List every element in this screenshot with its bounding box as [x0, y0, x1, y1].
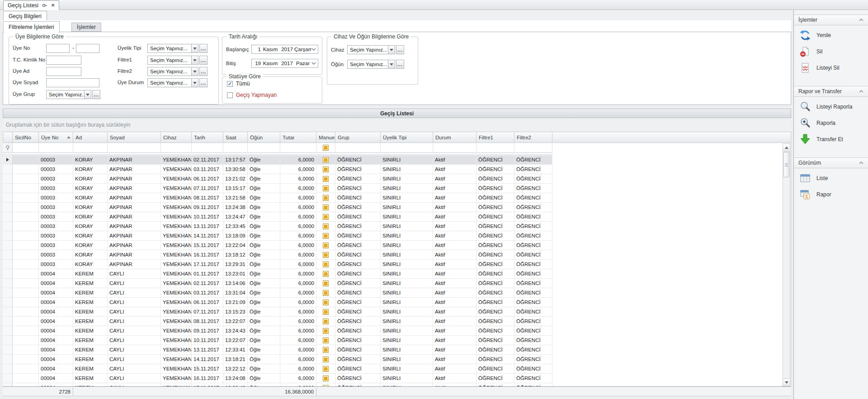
column-header-tarih[interactable]: Tarih	[192, 132, 223, 143]
end-date-picker[interactable]: 19 Kasım 2017 Pazar	[251, 59, 318, 68]
table-row[interactable]: 00004 KEREM CAYLI YEMEKHANE 08.11.2017 1…	[3, 317, 552, 326]
navbar-item-rapor[interactable]: Σ Rapor	[794, 188, 868, 201]
gecis-yapmayan-checkbox-row[interactable]: Geçiş Yapmayan	[227, 92, 277, 98]
ellipsis-button[interactable]: ...	[92, 90, 100, 99]
ellipsis-button[interactable]: ...	[199, 56, 208, 65]
tab-gecis-listesi[interactable]: Geçiş Listesi ✕	[3, 0, 59, 10]
column-header-cihaz[interactable]: Cihaz	[161, 132, 192, 143]
start-date-picker[interactable]: 1 Kasım 2017 Çarşamba	[251, 45, 318, 54]
table-row[interactable]: 00004 KEREM CAYLI YEMEKHANE 15.11.2017 1…	[3, 364, 552, 374]
chevron-down-icon[interactable]	[191, 78, 198, 87]
column-header-ad[interactable]: Ad	[73, 132, 108, 143]
chevron-down-icon[interactable]	[191, 56, 198, 65]
table-row[interactable]: 00003 KORAY AKPINAR YEMEKHANE 07.11.2017…	[3, 184, 552, 193]
filter-cell-filtre2[interactable]	[514, 143, 552, 153]
chevron-down-icon[interactable]	[388, 60, 395, 69]
table-row[interactable]: 00004 KEREM CAYLI YEMEKHANE 10.11.2017 1…	[3, 336, 552, 345]
column-header-grup[interactable]: Grup	[335, 132, 381, 143]
uyelik-tipi-combo[interactable]: Seçim Yapınız... ...	[147, 44, 208, 53]
vertical-scrollbar[interactable]	[783, 143, 790, 386]
table-row[interactable]: 00003 KORAY AKPINAR YEMEKHANE 02.11.2017…	[3, 155, 552, 165]
tab-filtreleme-islemleri[interactable]: Filtreleme İşlemleri	[3, 21, 60, 33]
filter-cell-filtre1[interactable]	[476, 143, 514, 153]
chevron-up-icon[interactable]	[859, 19, 863, 21]
filter-cell-saat[interactable]	[223, 143, 248, 153]
navbar-header-islemler[interactable]: İşlemler	[794, 14, 868, 25]
filter-cell-durum[interactable]	[433, 143, 476, 153]
scroll-down-button[interactable]	[783, 378, 790, 386]
chevron-up-icon[interactable]	[859, 90, 863, 93]
navbar-item-liste[interactable]: Liste	[794, 172, 868, 185]
table-row[interactable]: 00003 KORAY AKPINAR YEMEKHANE 17.11.2017…	[3, 260, 552, 269]
table-row[interactable]: 00003 KORAY AKPINAR YEMEKHANE 16.11.2017…	[3, 250, 552, 260]
navbar-header-gorunum[interactable]: Görünüm	[794, 157, 868, 168]
chevron-down-icon[interactable]	[311, 62, 316, 65]
filter-cell-grup[interactable]	[335, 143, 381, 153]
table-row[interactable]: 00004 KEREM CAYLI YEMEKHANE 03.11.2017 1…	[3, 288, 552, 298]
chevron-down-icon[interactable]	[191, 67, 198, 76]
table-row[interactable]: 00003 KORAY AKPINAR YEMEKHANE 03.11.2017…	[3, 165, 552, 174]
table-row[interactable]: 00004 KEREM CAYLI YEMEKHANE 16.11.2017 1…	[3, 374, 552, 383]
close-icon[interactable]: ✕	[51, 3, 55, 8]
group-by-panel[interactable]: Gruplamak için bir sütun başlığını buray…	[3, 118, 791, 132]
navbar-item-transfer-et[interactable]: Transfer Et	[794, 133, 868, 146]
filter-cell-tutar[interactable]	[280, 143, 316, 153]
tc-kimlik-input[interactable]	[46, 56, 81, 65]
ellipsis-button[interactable]: ...	[199, 44, 208, 53]
filter-cell-ogun[interactable]	[248, 143, 280, 153]
column-header-ogun[interactable]: Öğün	[248, 132, 280, 143]
uye-no-from-input[interactable]	[46, 44, 70, 53]
table-row[interactable]: 00003 KORAY AKPINAR YEMEKHANE 15.11.2017…	[3, 241, 552, 250]
table-row[interactable]: 00003 KORAY AKPINAR YEMEKHANE 08.11.2017…	[3, 193, 552, 203]
filtre2-combo[interactable]: Seçim Yapınız... ...	[147, 67, 208, 76]
table-row[interactable]: 00003 KORAY AKPINAR YEMEKHANE 06.11.2017…	[3, 174, 552, 184]
filter-cell-ad[interactable]	[73, 143, 108, 153]
chevron-down-icon[interactable]	[84, 90, 91, 99]
table-row[interactable]: 00004 KEREM CAYLI YEMEKHANE 01.11.2017 1…	[3, 269, 552, 279]
column-header-uyeno[interactable]: Üye No	[39, 132, 73, 143]
chevron-up-icon[interactable]	[859, 162, 863, 164]
table-row[interactable]: 00003 KORAY AKPINAR YEMEKHANE 13.11.2017…	[3, 222, 552, 231]
ellipsis-button[interactable]: ...	[199, 67, 208, 76]
scrollbar-thumb[interactable]	[783, 152, 789, 177]
table-row[interactable]: 00004 KEREM CAYLI YEMEKHANE 06.11.2017 1…	[3, 298, 552, 307]
table-row[interactable]: 00003 KORAY AKPINAR YEMEKHANE 14.11.2017…	[3, 231, 552, 241]
chevron-down-icon[interactable]	[311, 48, 316, 51]
column-header-sicilno[interactable]: SicilNo	[13, 132, 39, 143]
uye-durum-combo[interactable]: Seçim Yapınız... ...	[147, 78, 208, 87]
uye-no-to-input[interactable]	[76, 44, 99, 53]
column-header-filtre1[interactable]: Filtre1	[476, 132, 514, 143]
tumu-checkbox-row[interactable]: ✓ Tümü	[227, 81, 250, 87]
filter-cell-uyeno[interactable]	[39, 143, 73, 153]
uye-grup-combo[interactable]: Seçim Yapınız... ...	[46, 90, 100, 99]
table-row[interactable]: 00004 KEREM CAYLI YEMEKHANE 07.11.2017 1…	[3, 307, 552, 317]
filter-cell-manuel[interactable]	[316, 143, 335, 153]
column-header-durum[interactable]: Durum	[433, 132, 476, 143]
pin-icon[interactable]	[42, 3, 47, 8]
chevron-down-icon[interactable]	[191, 44, 198, 53]
ellipsis-button[interactable]: ...	[199, 78, 208, 87]
uye-soyad-input[interactable]	[46, 78, 99, 87]
column-header-tutar[interactable]: Tutar	[280, 132, 316, 143]
navbar-item-listeyi-sil[interactable]: Listeyi Sil	[794, 62, 868, 74]
filter-cell-sicilno[interactable]	[13, 143, 39, 153]
filter-cell-soyad[interactable]	[108, 143, 161, 153]
filtre1-combo[interactable]: Seçim Yapınız... ...	[147, 56, 208, 65]
navbar-item-raporla[interactable]: Raporla	[794, 117, 868, 129]
filter-cell-cihaz[interactable]	[161, 143, 192, 153]
table-row[interactable]: 00004 KEREM CAYLI YEMEKHANE 14.11.2017 1…	[3, 355, 552, 364]
tab-islemler[interactable]: İşlemler	[71, 23, 101, 32]
ogun-combo[interactable]: Seçim Yapınız... ...	[347, 60, 404, 69]
scroll-up-button[interactable]	[783, 144, 790, 152]
navbar-header-rapor-ve-transfer[interactable]: Rapor ve Transfer	[794, 86, 868, 97]
uye-ad-input[interactable]	[46, 67, 81, 76]
ellipsis-button[interactable]: ...	[396, 45, 404, 54]
column-header-saat[interactable]: Saat	[223, 132, 248, 143]
checkbox-checked-icon[interactable]: ✓	[227, 81, 233, 87]
filter-cell-uyelik-tipi[interactable]	[381, 143, 433, 153]
navbar-item-sil[interactable]: Sil	[794, 45, 868, 58]
ellipsis-button[interactable]: ...	[396, 60, 404, 69]
table-row[interactable]: 00003 KORAY AKPINAR YEMEKHANE 09.11.2017…	[3, 203, 552, 212]
manuel-filter-checkbox[interactable]	[323, 145, 329, 151]
column-header-soyad[interactable]: Soyad	[108, 132, 161, 143]
